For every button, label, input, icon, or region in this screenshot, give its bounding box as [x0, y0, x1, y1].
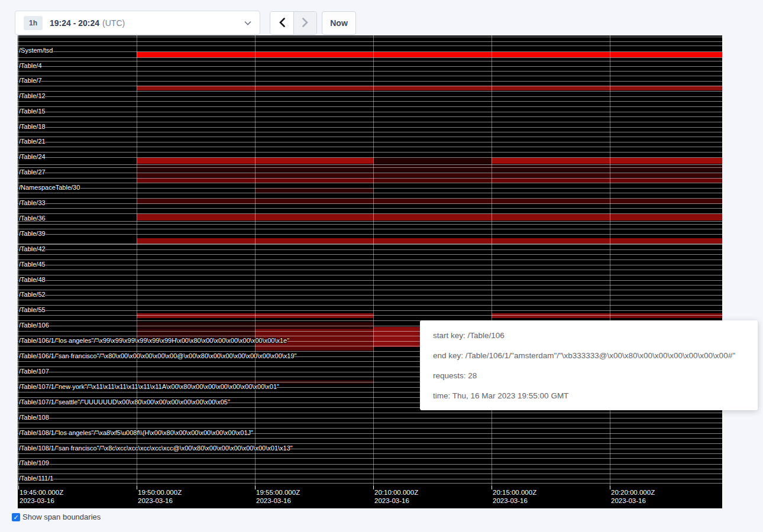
axis-tick-label: 19:50:00.000Z 2023-03-16	[138, 488, 182, 505]
span-boundary-line	[18, 51, 722, 52]
row-key-label: /Table/108/1/"san francisco"/"\x8c\xcc\x…	[19, 445, 293, 452]
span-boundary-line	[18, 81, 722, 82]
axis-tick-label: 19:45:00.000Z 2023-03-16	[20, 488, 63, 505]
span-boundary-line	[18, 37, 722, 37]
span-boundary-line	[18, 229, 722, 229]
span-boundary-line	[18, 275, 722, 275]
tooltip-line: time: Thu, 16 Mar 2023 19:55:00 GMT	[433, 386, 745, 406]
span-boundaries-checkbox[interactable]: ✓	[12, 513, 20, 521]
span-boundary-line	[18, 193, 722, 193]
heat-band[interactable]	[137, 329, 255, 340]
tooltip-line: start key: /Table/106	[433, 326, 745, 346]
span-boundary-line	[18, 61, 722, 61]
heat-band[interactable]	[255, 322, 373, 328]
span-boundaries-label: Show span boundaries	[22, 512, 101, 521]
heat-band[interactable]	[255, 188, 373, 193]
heat-band[interactable]	[137, 52, 722, 57]
span-boundary-line	[18, 438, 722, 439]
span-boundary-line	[18, 41, 722, 42]
row-key-label: /Table/42	[19, 245, 46, 252]
span-boundary-line	[18, 413, 722, 413]
span-boundary-line	[18, 127, 722, 128]
span-boundary-line	[18, 449, 722, 449]
prev-time-button[interactable]	[270, 12, 293, 34]
span-boundary-line	[18, 221, 722, 222]
span-boundary-line	[18, 433, 722, 434]
span-boundary-line	[18, 122, 722, 122]
row-key-label: /Table/109	[19, 459, 49, 466]
axis-tick-label: 19:55:00.000Z 2023-03-16	[256, 488, 300, 505]
chevron-down-icon	[244, 21, 251, 25]
heat-band[interactable]	[610, 313, 722, 318]
row-key-label: /Table/107/1/"new york"/"\x11\x11\x11\x1…	[19, 383, 279, 390]
heat-band[interactable]	[137, 86, 722, 90]
heat-band[interactable]	[137, 164, 722, 172]
span-tooltip: start key: /Table/106end key: /Table/106…	[420, 320, 758, 410]
span-boundary-line	[18, 91, 722, 92]
heat-band[interactable]	[373, 178, 492, 183]
heat-band[interactable]	[492, 158, 722, 164]
span-boundary-line	[18, 295, 722, 296]
row-key-label: /Table/24	[19, 153, 46, 160]
span-boundary-line	[18, 458, 722, 459]
axis-tick	[18, 486, 19, 489]
row-key-label: /Table/18	[19, 123, 46, 130]
span-boundary-line	[18, 423, 722, 423]
time-range-selector[interactable]: 1h 19:24 - 20:24 (UTC)	[15, 11, 260, 35]
row-key-label: /Table/106	[19, 322, 49, 329]
row-key-label: /Table/4	[19, 62, 42, 69]
span-boundary-line	[18, 254, 722, 255]
chevron-right-icon	[302, 18, 309, 29]
row-key-label: /Table/33	[19, 199, 46, 206]
heat-band[interactable]	[492, 178, 722, 183]
span-boundary-line	[18, 305, 722, 306]
span-boundary-line	[18, 57, 722, 58]
span-boundary-line	[18, 147, 722, 147]
span-boundary-line	[18, 464, 722, 465]
heat-band[interactable]	[373, 158, 492, 164]
row-key-label: /Table/108	[19, 414, 49, 421]
span-boundary-line	[18, 469, 722, 469]
span-boundary-line	[18, 132, 722, 132]
span-boundary-line	[18, 310, 722, 311]
span-boundary-line	[18, 112, 722, 112]
row-key-label: /Table/15	[19, 108, 46, 115]
row-key-label: /Table/7	[19, 77, 42, 84]
span-boundary-line	[18, 173, 722, 173]
span-boundary-line	[18, 265, 722, 265]
row-key-label: /Table/107	[19, 368, 49, 375]
span-boundary-line	[18, 473, 722, 474]
axis-tick	[610, 486, 610, 489]
heat-band[interactable]	[492, 313, 610, 318]
time-axis: 19:45:00.000Z 2023-03-1619:50:00.000Z 20…	[18, 486, 722, 508]
span-boundary-line	[18, 142, 722, 142]
axis-tick-label: 20:20:00.000Z 2023-03-16	[611, 488, 655, 505]
heat-band[interactable]	[255, 329, 373, 350]
row-key-label: /Table/107/1/"seattle"/"UUUUUUD\x00\x80\…	[19, 398, 230, 406]
span-boundary-line	[18, 224, 722, 225]
row-key-label: /Table/52	[19, 291, 46, 298]
axis-tick-label: 20:15:00.000Z 2023-03-16	[493, 488, 536, 505]
span-boundary-line	[18, 137, 722, 137]
heat-band[interactable]	[137, 214, 722, 220]
now-button[interactable]: Now	[322, 11, 356, 35]
heat-band[interactable]	[137, 322, 255, 328]
heat-band[interactable]	[137, 238, 722, 244]
row-key-label: /Table/27	[19, 168, 46, 176]
range-timezone: (UTC)	[102, 18, 125, 28]
heat-band[interactable]	[255, 348, 373, 351]
axis-tick	[373, 486, 374, 489]
span-boundary-line	[18, 188, 722, 189]
axis-tick-label: 20:10:00.000Z 2023-03-16	[374, 488, 418, 505]
span-boundary-line	[18, 203, 722, 204]
heat-band[interactable]	[137, 173, 722, 177]
tooltip-line: requests: 28	[433, 366, 745, 386]
span-boundary-line	[18, 453, 722, 454]
span-boundary-line	[18, 285, 722, 286]
next-time-button[interactable]	[293, 12, 316, 34]
row-key-label: /Table/48	[19, 276, 46, 283]
span-boundary-line	[18, 101, 722, 102]
key-visualizer-plot[interactable]: /System/tsd/Table/4/Table/7/Table/12/Tab…	[18, 35, 722, 486]
span-boundary-line	[18, 157, 722, 158]
span-boundary-line	[18, 244, 722, 244]
